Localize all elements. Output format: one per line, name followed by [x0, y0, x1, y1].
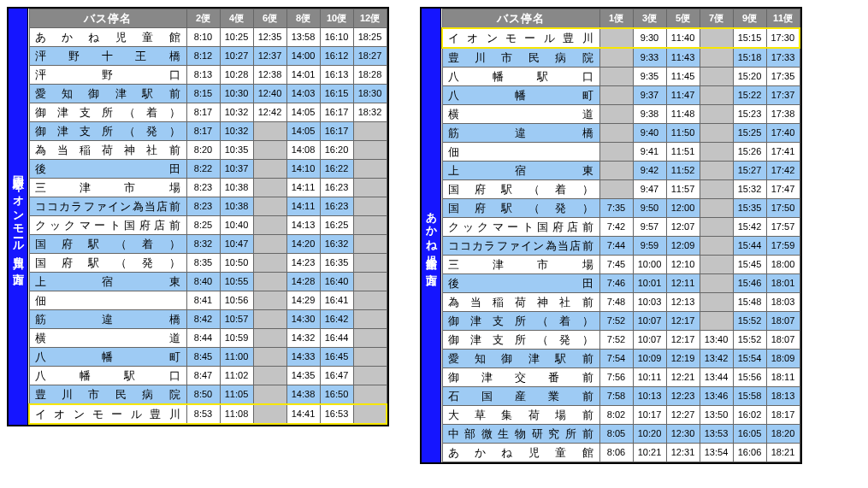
time-cell: 8:45	[186, 348, 220, 367]
time-cell: 8:17	[186, 122, 220, 141]
time-cell	[599, 143, 633, 162]
time-cell: 12:21	[666, 368, 700, 387]
time-cell: 11:48	[666, 105, 700, 124]
table-row: 八幡町9:3711:4715:2217:37	[442, 86, 800, 105]
time-cell: 15:52	[733, 312, 766, 331]
time-cell: 17:40	[766, 124, 800, 143]
stop-name-cell: 後田	[29, 160, 186, 179]
time-cell: 13:44	[700, 368, 733, 387]
time-cell	[253, 160, 286, 179]
time-cell: 12:30	[666, 425, 700, 444]
stop-name-cell: あかね児童館	[442, 444, 599, 462]
table-row: 大草集荷場前8:0210:1712:2713:5016:0218:17	[442, 406, 800, 425]
time-cell: 8:05	[599, 425, 633, 444]
time-cell: 9:30	[633, 28, 666, 48]
time-cell: 13:53	[700, 425, 733, 444]
time-cell: 10:25	[220, 28, 253, 47]
time-cell	[253, 310, 286, 329]
left-col-2: 6便	[253, 9, 286, 28]
time-cell: 12:27	[666, 406, 700, 425]
timetable-two-column: 国府駅・イオンモール豊川 方面 バス停名 2便 4便 6便 8便 10便 12便…	[7, 7, 868, 464]
time-cell	[599, 28, 633, 48]
time-cell: 15:15	[733, 28, 766, 48]
stop-name-cell: イオンモール豊川	[29, 404, 186, 424]
time-cell	[700, 274, 733, 293]
right-col-4: 9便	[733, 9, 766, 29]
time-cell: 14:13	[286, 216, 320, 235]
stop-name-cell: クックマート国府店前	[29, 216, 186, 235]
time-cell: 18:20	[766, 425, 800, 444]
time-cell	[700, 143, 733, 162]
time-cell: 8:20	[186, 141, 220, 160]
time-cell: 16:23	[320, 197, 353, 216]
time-cell: 7:52	[599, 312, 633, 331]
time-cell	[700, 180, 733, 199]
time-cell: 16:35	[320, 254, 353, 273]
time-cell	[253, 179, 286, 197]
time-cell: 9:35	[633, 68, 666, 86]
time-cell: 16:15	[320, 85, 353, 103]
time-cell	[599, 48, 633, 68]
stop-name-cell: 八幡町	[29, 348, 186, 367]
time-cell: 11:02	[220, 367, 253, 385]
time-cell: 10:32	[220, 122, 253, 141]
time-cell: 16:13	[320, 66, 353, 85]
stop-name-cell: 筋違橋	[442, 124, 599, 143]
time-cell: 15:18	[733, 48, 766, 68]
time-cell: 16:32	[320, 235, 353, 254]
time-cell: 18:30	[353, 85, 387, 103]
stop-name-cell: 御津支所（発）	[442, 331, 599, 350]
time-cell: 16:50	[320, 385, 353, 405]
time-cell: 17:41	[766, 143, 800, 162]
stop-name-cell: 後田	[442, 274, 599, 293]
time-cell: 10:17	[633, 406, 666, 425]
time-cell	[253, 367, 286, 385]
time-cell: 17:30	[766, 28, 800, 48]
table-row: 泙野口8:1310:2812:3814:0116:1318:28	[29, 66, 387, 85]
time-cell: 14:28	[286, 273, 320, 291]
time-cell: 8:50	[186, 385, 220, 405]
time-cell: 14:08	[286, 141, 320, 160]
time-cell: 14:05	[286, 122, 320, 141]
time-cell	[700, 199, 733, 218]
time-cell: 18:00	[766, 256, 800, 274]
table-row: 御津支所（着）7:5210:0712:1715:5218:07	[442, 312, 800, 331]
table-row: 佃9:4111:5115:2617:41	[442, 143, 800, 162]
table-row: 八幡駅口8:4711:0214:3516:47	[29, 367, 387, 385]
table-row: 三津市場7:4510:0012:1015:4518:00	[442, 256, 800, 274]
time-cell	[353, 254, 387, 273]
time-cell: 11:05	[220, 385, 253, 405]
time-cell	[700, 105, 733, 124]
time-cell: 14:01	[286, 66, 320, 85]
stop-name-cell: ココカラファイン為当店前	[442, 237, 599, 256]
time-cell	[700, 48, 733, 68]
time-cell: 16:12	[320, 47, 353, 66]
stop-name-cell: 為当稲荷神社前	[29, 141, 186, 160]
table-row: 国府駅（発）7:359:5012:0015:3517:50	[442, 199, 800, 218]
time-cell: 16:05	[733, 425, 766, 444]
time-cell	[253, 385, 286, 405]
time-cell	[599, 68, 633, 86]
stop-name-cell: 御津支所（発）	[29, 122, 186, 141]
time-cell: 16:53	[320, 404, 353, 424]
time-cell: 15:23	[733, 105, 766, 124]
time-cell: 13:46	[700, 387, 733, 406]
time-cell: 16:17	[320, 103, 353, 122]
time-cell: 8:41	[186, 291, 220, 310]
stop-name-cell: ココカラファイン為当店前	[29, 197, 186, 216]
time-cell: 12:23	[666, 387, 700, 406]
table-row: 御津支所（発）7:5210:0712:1713:4015:5218:07	[442, 331, 800, 350]
time-cell	[353, 216, 387, 235]
time-cell: 12:07	[666, 218, 700, 237]
stop-name-cell: 豊川市民病院	[29, 385, 186, 405]
time-cell: 8:25	[186, 216, 220, 235]
time-cell	[353, 310, 387, 329]
time-cell: 15:56	[733, 368, 766, 387]
time-cell: 16:40	[320, 273, 353, 291]
stop-name-cell: 三津市場	[29, 179, 186, 197]
time-cell: 16:45	[320, 348, 353, 367]
time-cell	[353, 160, 387, 179]
left-col-0: 2便	[186, 9, 220, 28]
time-cell: 17:33	[766, 48, 800, 68]
stop-name-cell: 三津市場	[442, 256, 599, 274]
